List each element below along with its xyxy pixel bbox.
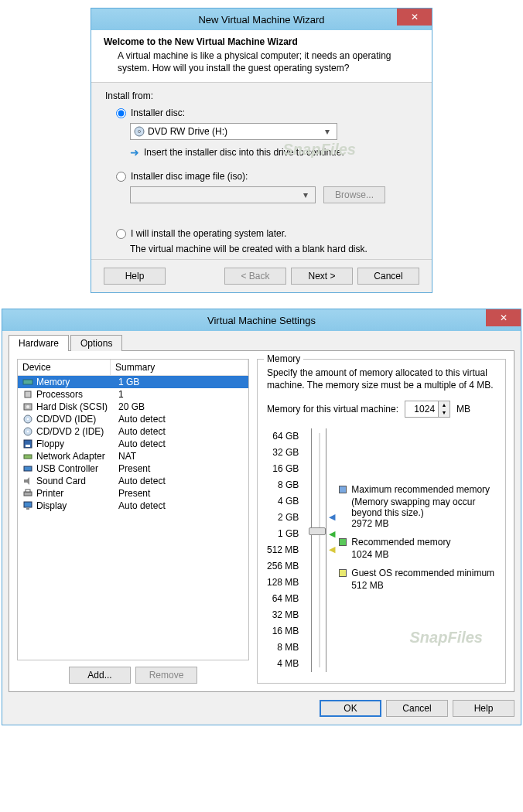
cancel-button[interactable]: Cancel [386,700,448,717]
window-title: New Virtual Machine Wizard [198,14,324,26]
scale-tick: 4 GB [267,493,299,510]
wizard-content: Install from: Installer disc: DVD RW Dri… [91,83,432,259]
legend-max-label: Maximum recommended memory [351,484,496,495]
radio-iso-input[interactable] [116,172,126,182]
next-button[interactable]: Next > [291,268,353,285]
radio-iso[interactable]: Installer disc image file (iso): [116,171,418,182]
spinner-up[interactable]: ▲ [439,401,450,409]
tab-options[interactable]: Options [70,335,122,351]
svg-point-5 [26,405,29,408]
device-row-sound[interactable]: Sound CardAuto detect [18,475,248,487]
memory-legend: Maximum recommended memory (Memory swapp… [339,428,496,672]
sound-icon [21,476,35,486]
new-vm-wizard-window: New Virtual Machine Wizard ✕ Welcome to … [91,8,432,293]
column-summary[interactable]: Summary [111,360,248,375]
spinner-buttons: ▲ ▼ [438,401,450,417]
device-row-cd[interactable]: CD/DVD 2 (IDE)Auto detect [18,425,248,438]
close-icon: ✕ [411,12,419,22]
device-table-header: Device Summary [18,360,248,376]
radio-later-input[interactable] [116,229,126,239]
memory-unit: MB [456,404,470,415]
device-row-display[interactable]: DisplayAuto detect [18,500,248,512]
device-name: Printer [35,488,114,499]
device-row-hdd[interactable]: Hard Disk (SCSI)20 GB [18,401,248,413]
device-name: Hard Disk (SCSI) [35,401,114,412]
scale-tick: 16 MB [267,623,299,640]
disc-drive-dropdown[interactable]: DVD RW Drive (H:) ▾ [130,123,337,140]
legend-max-note: (Memory swapping may occur beyond this s… [351,496,496,518]
tab-hardware[interactable]: Hardware [9,335,69,351]
scale-tick: 1 GB [267,526,299,542]
device-row-memory[interactable]: Memory1 GB [18,376,248,388]
device-summary: Present [114,488,245,499]
slider-track [319,433,320,667]
device-row-printer[interactable]: PrinterPresent [18,487,248,500]
close-button[interactable]: ✕ [397,9,432,26]
device-row-cd[interactable]: CD/DVD (IDE)Auto detect [18,413,248,425]
marker-rec-icon: ◀ [329,529,335,539]
device-row-usb[interactable]: USB ControllerPresent [18,462,248,475]
add-button[interactable]: Add... [69,667,131,684]
memory-description: Specify the amount of memory allocated t… [267,367,496,391]
svg-rect-16 [26,490,30,492]
legend-min-icon [339,569,347,577]
printer-icon [21,489,35,498]
cancel-button[interactable]: Cancel [357,268,419,285]
device-summary: 20 GB [114,401,245,412]
svg-point-7 [27,418,29,420]
radio-later[interactable]: I will install the operating system late… [116,228,418,239]
svg-point-1 [138,131,141,133]
svg-rect-2 [23,380,32,384]
cd-drive-icon [134,126,145,137]
device-summary: Auto detect [114,500,245,511]
svg-rect-18 [26,508,29,510]
floppy-icon [21,439,35,449]
settings-footer: OK Cancel Help [9,692,514,717]
scale-tick: 32 GB [267,445,299,461]
radio-installer-disc[interactable]: Installer disc: [116,107,418,118]
disc-drive-value: DVD RW Drive (H:) [148,126,321,137]
wizard-header: Welcome to the New Virtual Machine Wizar… [91,30,432,83]
memory-group-title: Memory [264,353,303,364]
legend-rec-value: 1024 MB [351,549,450,560]
close-button[interactable]: ✕ [486,309,521,326]
tab-content-hardware: Device Summary Memory1 GBProcessors1Hard… [9,351,514,692]
help-button[interactable]: Help [453,700,514,717]
memory-icon [21,377,35,387]
titlebar[interactable]: New Virtual Machine Wizard ✕ [91,9,432,30]
device-row-cpu[interactable]: Processors1 [18,388,248,401]
spinner-down[interactable]: ▼ [439,409,450,417]
device-name: Floppy [35,438,114,449]
help-button[interactable]: Help [104,268,166,285]
scale-tick: 8 GB [267,477,299,493]
device-name: Network Adapter [35,451,114,462]
memory-input[interactable] [405,404,438,415]
legend-max: Maximum recommended memory (Memory swapp… [339,484,496,529]
titlebar[interactable]: Virtual Machine Settings ✕ [2,309,521,331]
radio-installer-disc-input[interactable] [116,108,126,118]
svg-rect-12 [24,455,32,459]
device-row-floppy[interactable]: FloppyAuto detect [18,438,248,450]
legend-max-text: Maximum recommended memory (Memory swapp… [351,484,496,529]
device-row-net[interactable]: Network AdapterNAT [18,450,248,462]
memory-groupbox: Memory Specify the amount of memory allo… [257,359,506,684]
device-name: USB Controller [35,463,114,474]
radio-iso-label: Installer disc image file (iso): [131,171,248,182]
arrow-right-icon: ➜ [130,146,139,159]
scale-tick: 8 MB [267,640,299,656]
device-rows: Memory1 GBProcessors1Hard Disk (SCSI)20 … [18,376,248,512]
wizard-body: Welcome to the New Virtual Machine Wizar… [91,30,432,292]
usb-icon [21,464,35,473]
cpu-icon [21,390,35,399]
memory-spinner[interactable]: ▲ ▼ [405,401,450,418]
memory-slider[interactable]: ◀ ◀ ◀ [311,428,326,672]
scale-tick: 32 MB [267,607,299,623]
radio-installer-disc-label: Installer disc: [131,107,185,118]
device-name: Sound Card [35,476,114,486]
slider-thumb[interactable] [309,527,326,535]
column-device[interactable]: Device [18,360,111,375]
legend-min-text: Guest OS recommended minimum 512 MB [351,568,494,591]
device-summary: NAT [114,451,245,462]
scale-tick: 128 MB [267,575,299,591]
ok-button[interactable]: OK [320,700,381,717]
